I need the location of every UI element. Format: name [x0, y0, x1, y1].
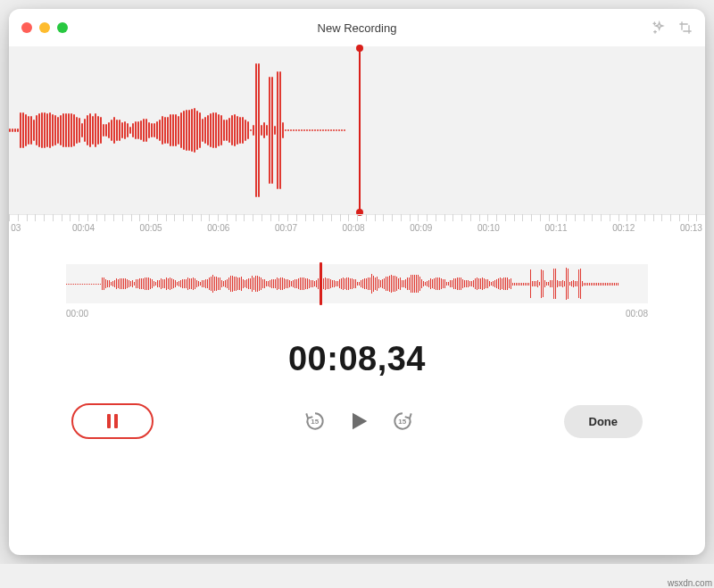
elapsed-time: 00:08,34 — [9, 340, 705, 378]
pause-icon — [107, 414, 118, 428]
close-button[interactable] — [21, 22, 32, 33]
pause-record-button[interactable] — [71, 403, 154, 439]
timeline-ruler[interactable]: 0300:0400:0500:0600:0700:0800:0900:1000:… — [9, 214, 705, 248]
ruler-label: 00:07 — [275, 223, 297, 233]
ruler-label: 00:10 — [477, 223, 500, 233]
waveform-bars — [9, 46, 348, 214]
ruler-label: 00:04 — [72, 223, 95, 233]
voice-memos-window: New Recording 0300:0400:0500:0600:0700:0… — [9, 9, 705, 555]
overview-labels: 00:00 00:08 — [66, 303, 648, 319]
toolbar-actions — [652, 21, 693, 35]
overview-section: 00:00 00:08 — [9, 248, 705, 319]
titlebar: New Recording — [9, 9, 705, 46]
overview-bars — [66, 264, 648, 303]
ruler-label: 00:12 — [612, 223, 635, 233]
playhead-handle-top-icon[interactable] — [356, 45, 363, 52]
minimize-button[interactable] — [39, 22, 50, 33]
done-button[interactable]: Done — [564, 405, 643, 438]
playback-controls: 15 15 — [303, 409, 414, 434]
ruler-label: 03 — [11, 223, 21, 233]
skip-forward-button[interactable]: 15 — [391, 410, 414, 433]
waveform-overview[interactable] — [66, 264, 648, 303]
ruler-label: 00:06 — [207, 223, 229, 233]
ruler-label: 00:13 — [680, 223, 702, 233]
timer-section: 00:08,34 — [9, 319, 705, 387]
trim-icon[interactable] — [678, 21, 693, 35]
enhance-icon[interactable] — [652, 21, 666, 35]
play-button[interactable] — [346, 409, 371, 434]
ruler-label: 00:09 — [410, 223, 432, 233]
ruler-label: 00:05 — [140, 223, 162, 233]
ruler-label: 00:08 — [343, 223, 365, 233]
overview-end-label: 00:08 — [626, 309, 648, 319]
overview-start-label: 00:00 — [66, 309, 88, 319]
window-controls — [21, 22, 68, 33]
play-icon — [346, 409, 371, 434]
skip-back-button[interactable]: 15 — [303, 410, 327, 433]
overview-playhead[interactable] — [320, 262, 322, 305]
window-title: New Recording — [9, 21, 705, 35]
controls-row: 15 15 Done — [9, 387, 705, 466]
playhead[interactable] — [359, 46, 361, 214]
maximize-button[interactable] — [57, 22, 68, 33]
waveform-main[interactable] — [9, 46, 705, 214]
ruler-label: 00:11 — [545, 223, 568, 233]
